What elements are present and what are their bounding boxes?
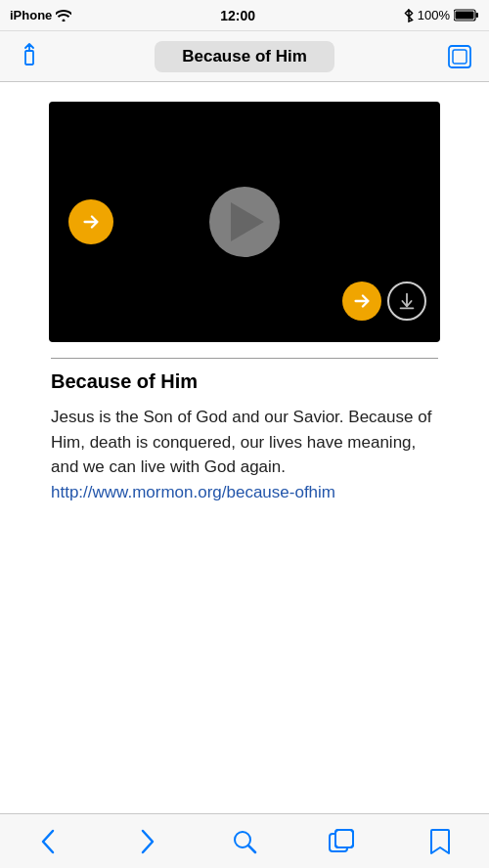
play-icon <box>231 202 264 241</box>
article-section: Because of Him Jesus is the Son of God a… <box>0 358 489 504</box>
status-left: iPhone <box>10 8 71 22</box>
bluetooth-icon <box>404 9 414 22</box>
share-icon <box>19 43 40 70</box>
arrow-forward-icon <box>351 290 373 312</box>
video-next-button[interactable] <box>342 282 381 321</box>
status-right: 100% <box>404 8 479 22</box>
wifi-icon <box>56 10 71 22</box>
bookmark-icon <box>429 828 451 855</box>
expand-icon <box>448 45 471 68</box>
article-link[interactable]: http://www.mormon.org/because-ofhim <box>51 483 335 501</box>
nav-bar: Because of Him <box>0 31 489 82</box>
search-icon <box>232 829 257 854</box>
back-icon <box>39 827 59 856</box>
svg-rect-10 <box>335 830 353 847</box>
search-button[interactable] <box>223 820 266 863</box>
divider <box>51 358 438 359</box>
video-prev-button[interactable] <box>68 199 113 244</box>
arrow-right-icon <box>80 211 102 233</box>
bottom-toolbar <box>0 813 489 868</box>
status-time: 12:00 <box>220 8 255 23</box>
svg-rect-3 <box>25 51 33 65</box>
video-player[interactable] <box>49 102 440 342</box>
battery-icon <box>454 9 479 22</box>
forward-icon <box>137 827 156 856</box>
download-button[interactable] <box>387 282 426 321</box>
carrier-label: iPhone <box>10 8 52 22</box>
status-bar: iPhone 12:00 100% <box>0 0 489 31</box>
download-icon <box>396 290 418 312</box>
article-body: Jesus is the Son of God and our Savior. … <box>51 405 438 504</box>
play-button[interactable] <box>209 187 280 257</box>
share-button[interactable] <box>12 39 47 74</box>
article-text: Jesus is the Son of God and our Savior. … <box>51 408 431 476</box>
svg-rect-2 <box>456 12 474 20</box>
expand-button[interactable] <box>442 39 477 74</box>
tabs-icon <box>329 829 356 854</box>
bookmark-button[interactable] <box>419 820 462 863</box>
svg-line-8 <box>248 846 255 852</box>
article-title: Because of Him <box>51 370 438 393</box>
back-button[interactable] <box>27 820 70 863</box>
main-content: Because of Him Jesus is the Son of God a… <box>0 82 489 813</box>
page-title-button[interactable]: Because of Him <box>155 41 334 72</box>
battery-percent: 100% <box>418 8 450 22</box>
tabs-button[interactable] <box>321 820 364 863</box>
svg-rect-1 <box>476 13 479 18</box>
forward-button[interactable] <box>125 820 168 863</box>
svg-rect-5 <box>453 50 467 64</box>
